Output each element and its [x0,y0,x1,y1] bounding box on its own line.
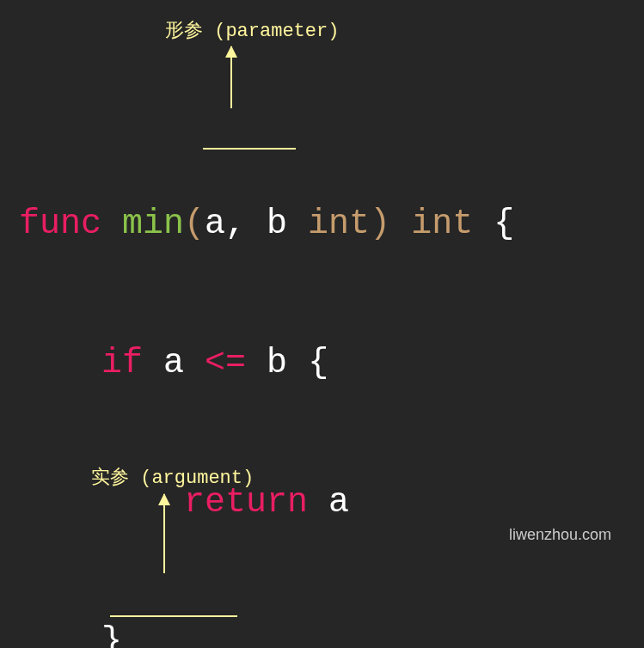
return-var-a: a [328,483,349,522]
function-name: min [122,205,184,243]
open-paren: ( [184,205,205,243]
watermark: liwenzhou.com [509,526,611,544]
var-b: b [267,344,287,382]
open-brace: { [494,205,514,243]
return-type: int [411,205,473,243]
code-line-signature: func min(a, b int) int { [19,201,514,248]
underline-parameters [203,148,296,150]
close-paren: ) [370,205,390,243]
annotation-argument: 实参 (argument) [91,464,254,490]
param-type: int [308,205,370,243]
operator-lte: <= [205,344,246,382]
code-function-definition: func min(a, b int) int { if a <= b { ret… [19,108,514,648]
arrow-parameter [230,46,232,108]
var-a: a [163,344,184,382]
keyword-func: func [19,205,101,243]
if-open-brace: { [308,344,328,382]
underline-arguments [110,615,237,617]
keyword-if: if [101,344,143,382]
annotation-parameter: 形参 (parameter) [165,17,339,43]
parameter-list: a, b [205,205,287,243]
arrow-argument [163,494,165,573]
code-function-call: min(10, 20) [26,576,253,648]
code-line-if: if a <= b { [19,340,514,387]
